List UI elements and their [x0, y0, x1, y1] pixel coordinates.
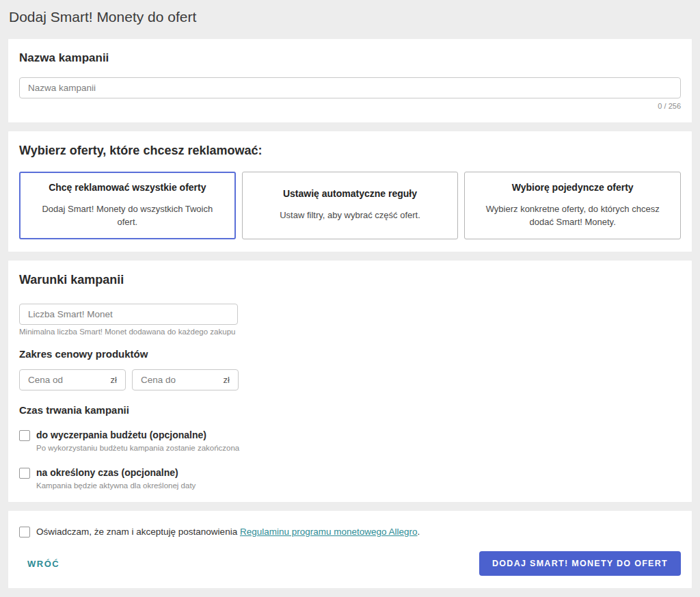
price-from-field: zł — [19, 369, 126, 390]
agreement-suffix-text: . — [418, 527, 420, 537]
campaign-name-card: Nazwa kampanii 0 / 256 — [8, 39, 692, 122]
char-counter: 0 / 256 — [19, 102, 681, 110]
time-checkbox-row: na określony czas (opcjonalne) Kampania … — [19, 467, 681, 490]
offer-option-description: Dodaj Smart! Monety do wszystkich Twoich… — [35, 203, 220, 229]
terms-link[interactable]: Regulaminu programu monetowego Allegro — [240, 527, 418, 537]
page-title: Dodaj Smart! Monety do ofert — [9, 9, 692, 25]
conditions-heading: Warunki kampanii — [19, 273, 681, 287]
offer-selection-heading: Wybierz oferty, które chcesz reklamować: — [19, 144, 681, 158]
terms-checkbox[interactable] — [19, 527, 30, 538]
budget-checkbox-helper: Po wykorzystaniu budżetu kampania zostan… — [36, 444, 239, 452]
price-range-heading: Zakres cenowy produktów — [19, 348, 681, 360]
footer-card: Oświadczam, że znam i akceptuję postanow… — [8, 511, 692, 589]
campaign-conditions-card: Warunki kampanii Minimalna liczba Smart!… — [8, 261, 692, 502]
time-checkbox-helper: Kampania będzie aktywna dla określonej d… — [36, 481, 196, 490]
price-to-input[interactable] — [141, 375, 219, 385]
offer-option-single-offers[interactable]: Wybiorę pojedyncze oferty Wybierz konkre… — [464, 172, 681, 239]
back-button[interactable]: WRÓĆ — [19, 555, 65, 573]
campaign-name-input[interactable] — [19, 77, 681, 98]
currency-suffix: zł — [107, 375, 117, 385]
page-container: Dodaj Smart! Monety do ofert Nazwa kampa… — [0, 0, 700, 596]
coins-helper-text: Minimalna liczba Smart! Monet dodawana d… — [19, 328, 681, 336]
agreement-prefix-text: Oświadczam, że znam i akceptuję postanow… — [36, 527, 240, 537]
offer-option-description: Wybierz konkretne oferty, do których chc… — [480, 203, 665, 229]
duration-heading: Czas trwania kampanii — [19, 404, 681, 416]
terms-agreement-text: Oświadczam, że znam i akceptuję postanow… — [36, 526, 420, 538]
time-checkbox-label[interactable]: na określony czas (opcjonalne) — [36, 467, 196, 478]
price-range-row: zł zł — [19, 369, 681, 390]
currency-suffix: zł — [219, 375, 230, 385]
budget-checkbox-row: do wyczerpania budżetu (opcjonalne) Po w… — [19, 429, 681, 452]
time-checkbox[interactable] — [19, 468, 30, 479]
campaign-name-heading: Nazwa kampanii — [19, 51, 681, 65]
offer-option-title: Chcę reklamować wszystkie oferty — [49, 182, 206, 193]
budget-checkbox-label[interactable]: do wyczerpania budżetu (opcjonalne) — [36, 429, 239, 440]
offer-option-title: Wybiorę pojedyncze oferty — [512, 182, 634, 193]
offer-option-title: Ustawię automatyczne reguły — [283, 188, 417, 199]
price-from-input[interactable] — [28, 375, 107, 385]
footer-actions-row: WRÓĆ DODAJ SMART! MONETY DO OFERT — [19, 551, 681, 576]
offer-option-tiles: Chcę reklamować wszystkie oferty Dodaj S… — [19, 172, 681, 239]
offer-option-description: Ustaw filtry, aby wybrać część ofert. — [280, 209, 420, 222]
budget-checkbox[interactable] — [19, 430, 30, 441]
price-to-field: zł — [132, 369, 239, 390]
submit-button[interactable]: DODAJ SMART! MONETY DO OFERT — [479, 551, 681, 576]
time-checkbox-body: na określony czas (opcjonalne) Kampania … — [36, 467, 196, 490]
offer-selection-card: Wybierz oferty, które chcesz reklamować:… — [8, 131, 692, 252]
budget-checkbox-body: do wyczerpania budżetu (opcjonalne) Po w… — [36, 429, 239, 452]
coins-amount-input[interactable] — [19, 304, 238, 325]
offer-option-automatic-rules[interactable]: Ustawię automatyczne reguły Ustaw filtry… — [242, 172, 459, 239]
offer-option-all-offers[interactable]: Chcę reklamować wszystkie oferty Dodaj S… — [19, 172, 236, 239]
terms-agreement-row: Oświadczam, że znam i akceptuję postanow… — [19, 523, 681, 538]
